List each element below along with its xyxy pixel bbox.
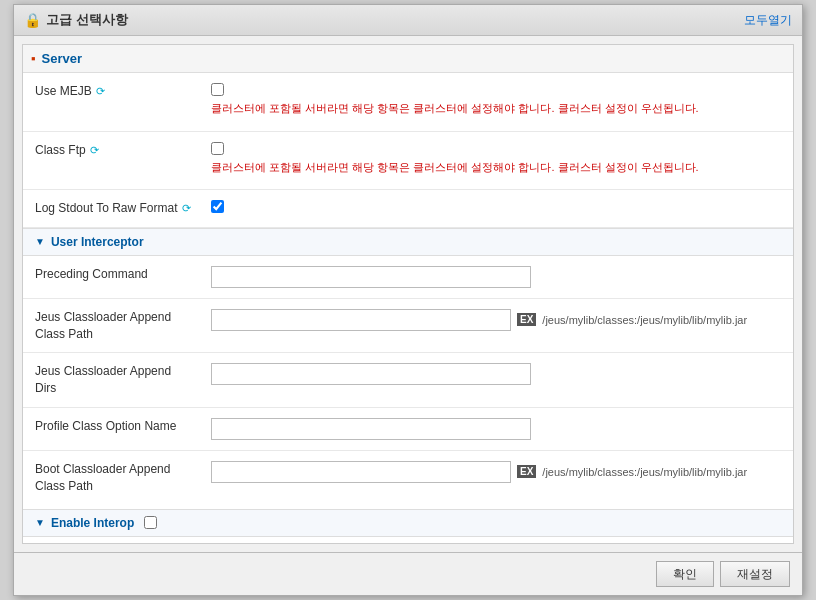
profile-class-field-row — [211, 418, 785, 440]
log-stdout-field-row — [211, 200, 785, 213]
boot-classloader-label: Boot Classloader Append Class Path — [35, 461, 195, 495]
main-content: ▪ Server Use MEJB ⟳ 클러스터에 포함될 서버라면 해당 항목… — [22, 44, 794, 544]
enable-interop-arrow: ▼ — [35, 517, 45, 528]
enable-interop-warn: 클러스터에 포함될 서버라면 해당 항목은 클러스터에 설정해야 합니다. 클러… — [23, 537, 793, 544]
boot-classloader-field: EX /jeus/mylib/classes:/jeus/mylib/lib/m… — [203, 457, 793, 487]
boot-classloader-ex-text: /jeus/mylib/classes:/jeus/mylib/lib/myli… — [542, 466, 747, 478]
log-stdout-label-cell: Log Stdout To Raw Format ⟳ — [23, 196, 203, 221]
use-mejb-label-cell: Use MEJB ⟳ — [23, 79, 203, 104]
user-interceptor-title: User Interceptor — [51, 235, 144, 249]
profile-class-row: Profile Class Option Name — [23, 408, 793, 451]
class-ftp-warn: 클러스터에 포함될 서버라면 해당 항목은 클러스터에 설정해야 합니다. 클러… — [211, 157, 711, 180]
use-mejb-field: 클러스터에 포함될 서버라면 해당 항목은 클러스터에 설정해야 합니다. 클러… — [203, 79, 793, 125]
profile-class-input[interactable] — [211, 418, 531, 440]
jeus-classloader-append-input[interactable] — [211, 309, 511, 331]
use-mejb-warn: 클러스터에 포함될 서버라면 해당 항목은 클러스터에 설정해야 합니다. 클러… — [211, 98, 711, 121]
jeus-classloader-dirs-input[interactable] — [211, 363, 531, 385]
log-stdout-icon: ⟳ — [182, 201, 191, 216]
jeus-classloader-append-field: EX /jeus/mylib/classes:/jeus/mylib/lib/m… — [203, 305, 793, 335]
title-icon: 🔒 — [24, 12, 40, 28]
profile-class-label-cell: Profile Class Option Name — [23, 414, 203, 439]
jeus-classloader-dirs-row: Jeus Classloader Append Dirs — [23, 353, 793, 408]
server-section-title: Server — [42, 51, 82, 66]
use-mejb-checkbox[interactable] — [211, 83, 224, 96]
preceding-command-input[interactable] — [211, 266, 531, 288]
class-ftp-checkbox[interactable] — [211, 142, 224, 155]
jeus-classloader-append-field-row: EX /jeus/mylib/classes:/jeus/mylib/lib/m… — [211, 309, 785, 331]
jeus-classloader-append-ex-badge: EX — [517, 313, 536, 326]
enable-interop-title: Enable Interop — [51, 516, 134, 530]
jeus-classloader-dirs-label-cell: Jeus Classloader Append Dirs — [23, 359, 203, 401]
dialog-title: 고급 선택사항 — [46, 11, 128, 29]
server-icon: ▪ — [31, 51, 36, 66]
server-section-header: ▪ Server — [23, 45, 793, 73]
class-ftp-field-row — [211, 142, 785, 155]
preceding-command-label: Preceding Command — [35, 266, 148, 283]
jeus-classloader-dirs-field — [203, 359, 793, 389]
enable-interop-checkbox[interactable] — [144, 516, 157, 529]
preceding-command-row: Preceding Command — [23, 256, 793, 299]
enable-interop-header: ▼ Enable Interop — [23, 509, 793, 537]
log-stdout-field — [203, 196, 793, 217]
use-mejb-icon: ⟳ — [96, 84, 105, 99]
preceding-command-label-cell: Preceding Command — [23, 262, 203, 287]
jeus-classloader-append-label-cell: Jeus Classloader Append Class Path — [23, 305, 203, 347]
boot-classloader-field-row: EX /jeus/mylib/classes:/jeus/mylib/lib/m… — [211, 461, 785, 483]
reset-button[interactable]: 재설정 — [720, 561, 790, 587]
confirm-button[interactable]: 확인 — [656, 561, 714, 587]
class-ftp-label-cell: Class Ftp ⟳ — [23, 138, 203, 163]
bottom-bar: 확인 재설정 — [14, 552, 802, 595]
profile-class-field — [203, 414, 793, 444]
jeus-classloader-dirs-field-row — [211, 363, 785, 385]
title-left: 🔒 고급 선택사항 — [24, 11, 128, 29]
class-ftp-label: Class Ftp — [35, 142, 86, 159]
log-stdout-row: Log Stdout To Raw Format ⟳ — [23, 190, 793, 228]
boot-classloader-label-cell: Boot Classloader Append Class Path — [23, 457, 203, 499]
jeus-classloader-dirs-label: Jeus Classloader Append Dirs — [35, 363, 195, 397]
boot-classloader-row: Boot Classloader Append Class Path EX /j… — [23, 451, 793, 505]
jeus-classloader-append-ex-text: /jeus/mylib/classes:/jeus/mylib/lib/myli… — [542, 314, 747, 326]
preceding-command-field — [203, 262, 793, 292]
user-interceptor-arrow: ▼ — [35, 236, 45, 247]
dialog: 🔒 고급 선택사항 모두열기 ▪ Server Use MEJB ⟳ 클러스터에… — [13, 4, 803, 596]
boot-classloader-input[interactable] — [211, 461, 511, 483]
log-stdout-label: Log Stdout To Raw Format — [35, 200, 178, 217]
class-ftp-row: Class Ftp ⟳ 클러스터에 포함될 서버라면 해당 항목은 클러스터에 … — [23, 132, 793, 191]
user-interceptor-header[interactable]: ▼ User Interceptor — [23, 228, 793, 256]
title-bar: 🔒 고급 선택사항 모두열기 — [14, 5, 802, 36]
boot-classloader-ex-badge: EX — [517, 465, 536, 478]
jeus-classloader-append-label: Jeus Classloader Append Class Path — [35, 309, 195, 343]
expand-all-link[interactable]: 모두열기 — [744, 12, 792, 29]
use-mejb-label: Use MEJB — [35, 83, 92, 100]
class-ftp-icon: ⟳ — [90, 143, 99, 158]
preceding-command-field-row — [211, 266, 785, 288]
class-ftp-field: 클러스터에 포함될 서버라면 해당 항목은 클러스터에 설정해야 합니다. 클러… — [203, 138, 793, 184]
log-stdout-checkbox[interactable] — [211, 200, 224, 213]
profile-class-label: Profile Class Option Name — [35, 418, 176, 435]
use-mejb-row: Use MEJB ⟳ 클러스터에 포함될 서버라면 해당 항목은 클러스터에 설… — [23, 73, 793, 132]
jeus-classloader-append-row: Jeus Classloader Append Class Path EX /j… — [23, 299, 793, 354]
use-mejb-field-row — [211, 83, 785, 96]
user-interceptor-fields: Preceding Command Jeus Classloader Appen… — [23, 256, 793, 509]
